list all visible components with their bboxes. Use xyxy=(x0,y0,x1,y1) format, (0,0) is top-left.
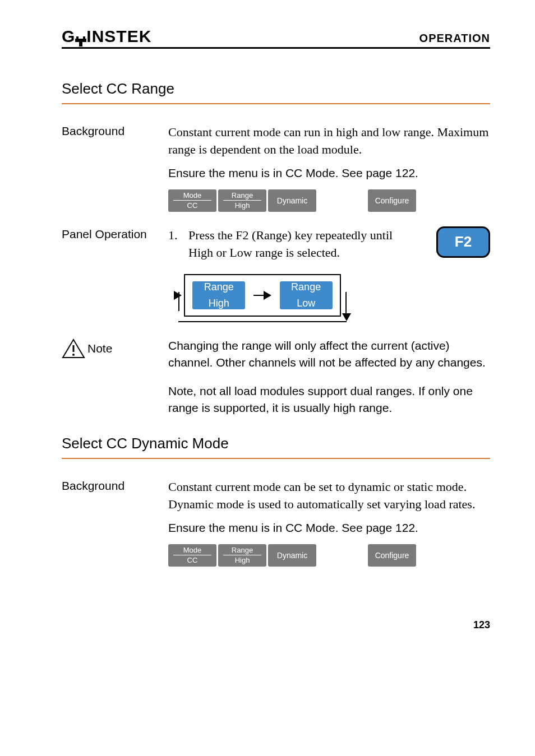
background-row-2: Background Constant current mode can be … xyxy=(62,478,490,513)
step-number: 1. xyxy=(168,226,181,244)
arrow-down-icon xyxy=(342,313,351,321)
note-label: Note xyxy=(87,338,112,355)
menu-configure-2: Configure xyxy=(368,544,416,567)
menu-dynamic-2: Dynamic xyxy=(268,544,316,567)
section-title-cc-dynamic: Select CC Dynamic Mode xyxy=(62,435,490,459)
brand-logo: G INSTEK xyxy=(62,27,151,46)
page-number: 123 xyxy=(62,619,490,631)
menu-range-2: Range High xyxy=(218,544,266,567)
range-high-chip: Range High xyxy=(192,281,245,309)
menu-bar-1: Mode CC Range High Dynamic Configure xyxy=(168,189,490,212)
background-text: Constant current mode can run in high an… xyxy=(168,123,490,158)
menu-configure: Configure xyxy=(368,189,416,212)
page-header: G INSTEK OPERATION xyxy=(62,27,490,49)
logo-text-g: G xyxy=(62,27,75,46)
header-section-label: OPERATION xyxy=(419,32,490,45)
logo-text-instek: INSTEK xyxy=(86,27,151,46)
section-title-cc-range: Select CC Range xyxy=(62,80,490,104)
menu-range: Range High xyxy=(218,189,266,212)
warning-icon xyxy=(62,338,85,359)
ensure-row: Ensure the menu is in CC Mode. See page … xyxy=(62,165,490,219)
range-toggle-diagram: Range High Range Low xyxy=(184,270,490,321)
note-paragraph-2: Note, not all load modules support dual … xyxy=(168,383,490,416)
menu-mode: Mode CC xyxy=(168,189,216,212)
range-low-chip: Range Low xyxy=(280,281,333,309)
ensure-row-2: Ensure the menu is in CC Mode. See page … xyxy=(62,520,490,574)
step-1: 1. Press the F2 (Range) key repeatedly u… xyxy=(168,226,490,261)
svg-point-1 xyxy=(72,354,75,356)
background-label-2: Background xyxy=(62,478,168,513)
f2-button[interactable]: F2 xyxy=(436,226,490,258)
note-paragraph-1: Changing the range will only affect the … xyxy=(168,337,490,370)
menu-bar-2: Mode CC Range High Dynamic Configure xyxy=(168,544,490,567)
arrow-right-icon xyxy=(264,291,271,300)
menu-dynamic: Dynamic xyxy=(268,189,316,212)
menu-mode-2: Mode CC xyxy=(168,544,216,567)
background-text-2: Constant current mode can be set to dyna… xyxy=(168,478,490,513)
arrow-right-icon xyxy=(174,291,182,300)
step-text: Press the F2 (Range) key repeatedly unti… xyxy=(188,226,418,261)
background-row: Background Constant current mode can run… xyxy=(62,123,490,158)
background-label: Background xyxy=(62,123,168,158)
ensure-text: Ensure the menu is in CC Mode. See page … xyxy=(168,165,490,181)
logo-plug-icon xyxy=(75,31,87,41)
panel-operation-label: Panel Operation xyxy=(62,226,168,331)
ensure-text-2: Ensure the menu is in CC Mode. See page … xyxy=(168,520,490,536)
panel-operation-row: Panel Operation 1. Press the F2 (Range) … xyxy=(62,226,490,331)
note-row: Note Changing the range will only affect… xyxy=(62,337,490,416)
